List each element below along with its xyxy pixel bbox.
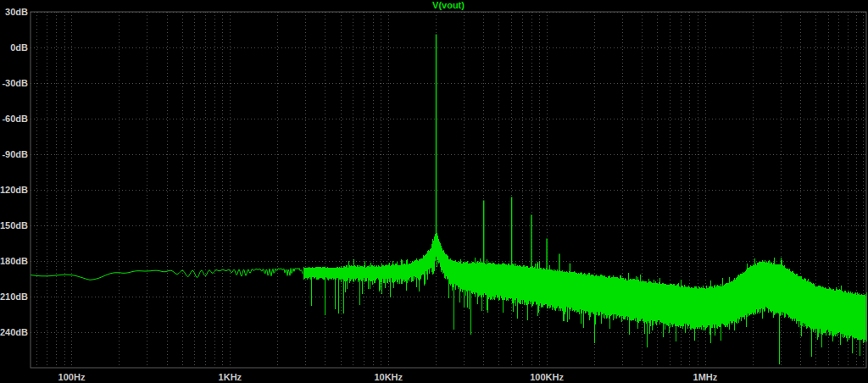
- trace-title-label[interactable]: V(vout): [432, 0, 465, 10]
- plot-background: [0, 0, 868, 383]
- y-axis-tick-label: -150dB: [0, 220, 28, 230]
- x-axis-tick-label: 100Hz: [58, 372, 86, 382]
- x-axis-tick-label: 100KHz: [530, 372, 564, 382]
- waveform-viewer-pane[interactable]: 30dB0dB-30dB-60dB-90dB-120dB-150dB-180dB…: [0, 0, 868, 383]
- y-axis-tick-label: 0dB: [10, 42, 28, 53]
- y-axis-tick-label: -240dB: [0, 327, 28, 337]
- y-axis-tick-label: -180dB: [0, 256, 28, 266]
- x-axis-tick-label: 1MHz: [693, 372, 718, 382]
- y-axis-tick-label: -90dB: [2, 149, 28, 159]
- x-axis-tick-label: 1KHz: [219, 372, 242, 382]
- y-axis-tick-label: 30dB: [5, 7, 28, 17]
- fft-plot[interactable]: 30dB0dB-30dB-60dB-90dB-120dB-150dB-180dB…: [0, 0, 868, 383]
- y-axis-tick-label: -60dB: [2, 114, 28, 124]
- y-axis-tick-label: -30dB: [2, 78, 28, 88]
- y-axis-tick-label: -210dB: [0, 291, 28, 302]
- y-axis-tick-label: -120dB: [0, 185, 28, 195]
- x-axis-tick-label: 10KHz: [374, 372, 403, 382]
